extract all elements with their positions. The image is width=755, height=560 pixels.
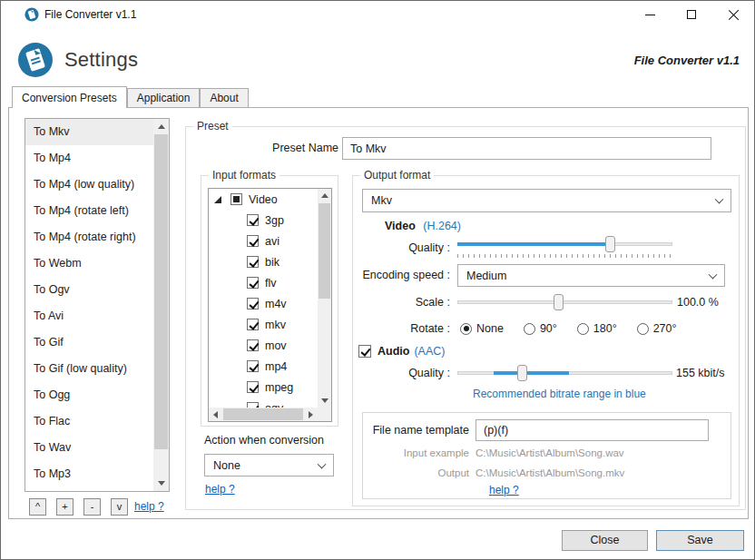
format-row[interactable]: flv — [209, 272, 318, 293]
format-row[interactable]: mp4 — [209, 356, 318, 377]
radio-icon[interactable] — [577, 323, 589, 335]
preset-list-item[interactable]: To Wav — [25, 435, 153, 461]
scrollbar-corner — [318, 408, 331, 421]
close-icon — [728, 9, 739, 20]
slider-thumb[interactable] — [605, 236, 615, 252]
move-preset-down-button[interactable]: v — [111, 498, 128, 516]
tree-horizontal-scrollbar[interactable] — [209, 408, 318, 421]
slider-thumb[interactable] — [554, 294, 564, 310]
format-row[interactable]: mkv — [209, 314, 318, 335]
format-row[interactable]: mpeg — [209, 377, 318, 398]
tree-root-row[interactable]: Video — [209, 189, 318, 210]
close-window-button[interactable] — [712, 1, 754, 28]
scale-label: Scale : — [353, 291, 450, 314]
tab-conversion-presets[interactable]: Conversion Presets — [12, 86, 127, 108]
format-checkbox[interactable] — [247, 360, 259, 372]
scrollbar-thumb[interactable] — [319, 203, 330, 299]
scroll-left-button[interactable] — [209, 408, 222, 421]
format-checkbox[interactable] — [247, 235, 259, 247]
file-name-template-input[interactable] — [476, 419, 709, 441]
output-format-dropdown[interactable]: Mkv — [362, 189, 731, 212]
save-button[interactable]: Save — [656, 530, 744, 551]
format-checkbox[interactable] — [247, 214, 259, 226]
video-quality-slider[interactable] — [457, 236, 672, 260]
preset-name-input[interactable] — [342, 137, 711, 160]
expander-icon[interactable] — [214, 196, 221, 203]
preset-list-item[interactable]: To Ogg — [25, 382, 153, 408]
radio-icon[interactable] — [524, 323, 535, 335]
scrollbar-thumb[interactable] — [223, 408, 303, 420]
scrollbar-thumb[interactable] — [154, 134, 168, 449]
titlebar[interactable]: File Converter v1.1 — [1, 1, 754, 28]
preset-list-item[interactable]: To Webm — [25, 251, 153, 277]
preset-list-item[interactable]: To Mp4 (rotate left) — [25, 198, 153, 224]
radio-selected-icon[interactable] — [460, 323, 472, 335]
format-row[interactable]: bik — [209, 251, 318, 272]
slider-thumb[interactable] — [517, 365, 527, 381]
format-row[interactable]: ogv — [209, 398, 318, 408]
scroll-right-button[interactable] — [304, 408, 318, 421]
tree-viewport: Video 3gp avi bik flv m4v mkv mov mp4 mp… — [209, 189, 318, 408]
scroll-up-button[interactable] — [318, 189, 331, 202]
preset-list-item[interactable]: To Ogv — [25, 277, 153, 303]
tab-about[interactable]: About — [200, 88, 248, 107]
minimize-button[interactable] — [629, 1, 671, 28]
preset-list-item[interactable]: To Avi — [25, 303, 153, 329]
file-name-groupbox: File name template Input example C:\Musi… — [362, 412, 731, 499]
preset-list-item[interactable]: To Mp4 (low quality) — [25, 172, 153, 198]
rotate-option-180[interactable]: 180° — [577, 322, 617, 335]
file-name-help-link[interactable]: help ? — [489, 484, 519, 496]
preset-list-help-link[interactable]: help ? — [134, 500, 164, 513]
format-checkbox[interactable] — [247, 277, 259, 289]
format-checkbox[interactable] — [247, 256, 259, 268]
format-row[interactable]: m4v — [209, 293, 318, 314]
rotate-option-90[interactable]: 90° — [524, 322, 557, 335]
format-row[interactable]: avi — [209, 231, 318, 251]
scroll-down-button[interactable] — [318, 394, 331, 408]
preset-list-item[interactable]: To Mp3 — [25, 461, 153, 487]
audio-quality-slider[interactable] — [457, 365, 672, 388]
slider-ticks — [457, 254, 672, 258]
action-dropdown[interactable]: None — [204, 454, 334, 476]
tree-vertical-scrollbar[interactable] — [318, 189, 331, 408]
maximize-button[interactable] — [671, 1, 712, 28]
video-root-checkbox[interactable] — [230, 193, 242, 205]
encoding-speed-dropdown[interactable]: Medium — [457, 264, 725, 287]
close-button[interactable]: Close — [562, 530, 648, 551]
radio-icon[interactable] — [637, 323, 649, 335]
preset-list-item[interactable]: To Mkv — [25, 119, 153, 145]
rotate-option-label: None — [476, 322, 504, 335]
input-formats-help-link[interactable]: help ? — [205, 483, 235, 496]
output-format-groupbox: Output format Mkv Video (H.264) Quality … — [352, 175, 740, 506]
audio-checkbox[interactable] — [358, 345, 371, 358]
rotate-option-none[interactable]: None — [460, 322, 504, 335]
format-label: mkv — [265, 319, 286, 331]
preset-list-item[interactable]: To Gif (low quality) — [25, 356, 153, 382]
scroll-down-button[interactable] — [153, 476, 169, 491]
rotate-option-270[interactable]: 270° — [637, 322, 677, 335]
preset-list-item[interactable]: To Mp4 (rotate right) — [25, 224, 153, 251]
rotate-label: Rotate : — [353, 319, 450, 338]
arrow-left-icon — [213, 411, 218, 418]
tab-application[interactable]: Application — [127, 88, 201, 107]
tab-page: To Mkv To Mp4 To Mp4 (low quality) To Mp… — [8, 107, 749, 519]
preset-list-item[interactable]: To Gif — [25, 329, 153, 356]
format-checkbox[interactable] — [247, 339, 259, 351]
format-checkbox[interactable] — [247, 319, 259, 330]
format-row[interactable]: 3gp — [209, 210, 318, 231]
add-preset-button[interactable]: + — [56, 498, 74, 516]
remove-preset-button[interactable]: - — [83, 498, 101, 516]
output-format-group-label: Output format — [360, 169, 434, 182]
page-title: Settings — [64, 48, 138, 72]
preset-list-item[interactable]: To Flac — [25, 408, 153, 435]
format-checkbox[interactable] — [247, 381, 259, 393]
video-codec-label: (H.264) — [423, 220, 461, 232]
preset-list-item[interactable]: To Mp4 — [25, 145, 153, 172]
move-preset-up-button[interactable]: ^ — [29, 498, 46, 516]
format-checkbox[interactable] — [247, 298, 259, 309]
scroll-up-button[interactable] — [153, 119, 169, 134]
scale-slider[interactable] — [457, 294, 672, 318]
preset-list-scrollbar[interactable] — [153, 119, 169, 491]
format-row[interactable]: mov — [209, 335, 318, 356]
audio-quality-label: Quality : — [353, 362, 450, 385]
